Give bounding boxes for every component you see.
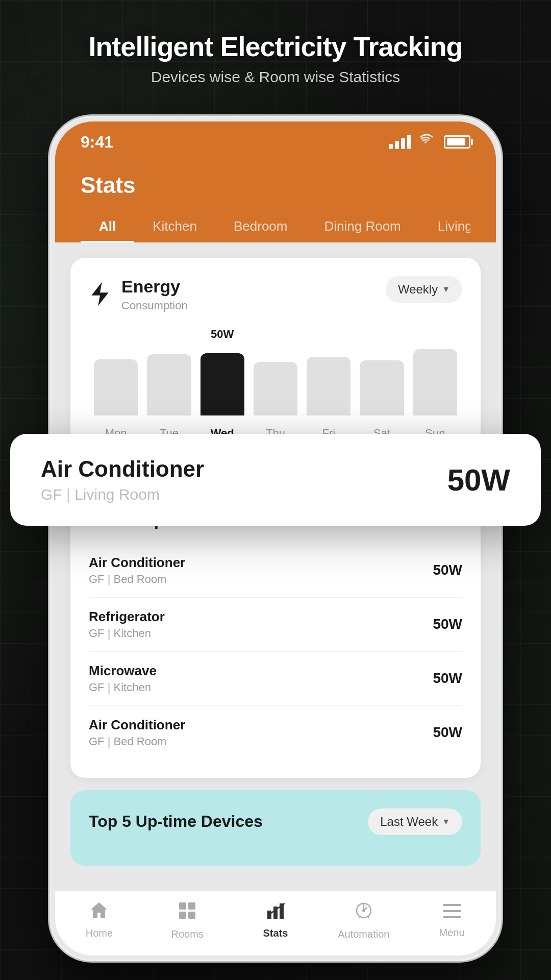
chart-container: MonTue50WWedThuFriSatSun xyxy=(89,328,462,440)
svg-rect-3 xyxy=(188,912,195,919)
page-title: Intelligent Electricity Tracking xyxy=(0,31,551,62)
device-location: GF | Bed Room xyxy=(89,573,185,586)
device-location: GF | Bed Room xyxy=(89,735,185,748)
signal-bar-4 xyxy=(407,135,411,149)
energy-subtitle: Consumption xyxy=(121,299,188,312)
menu-icon xyxy=(443,901,461,923)
device-item: Air Conditioner GF | Bed Room 50W xyxy=(89,544,462,598)
status-bar: 9:41 xyxy=(55,121,496,162)
phone-frame: 9:41 xyxy=(51,117,500,960)
signal-bar-2 xyxy=(395,141,399,149)
svg-rect-14 xyxy=(443,910,461,912)
tooltip-device-name: Air Conditioner xyxy=(41,456,204,482)
device-power: 50W xyxy=(433,616,462,632)
app-header: Stats All Kitchen Bedroom Dining Room xyxy=(55,162,496,242)
weekly-dropdown[interactable]: Weekly ▼ xyxy=(386,276,462,303)
signal-bar-1 xyxy=(389,144,393,149)
nav-automation-label: Automation xyxy=(338,928,389,940)
tab-dining-room[interactable]: Dining Room xyxy=(306,210,419,242)
device-name: Refrigerator xyxy=(89,609,165,625)
tooltip-location: GF | Living Room xyxy=(41,486,204,503)
device-power: 50W xyxy=(433,670,462,687)
uptime-title: Top 5 Up-time Devices xyxy=(89,811,263,832)
bar-group-fri[interactable]: Fri xyxy=(307,328,350,440)
device-location: GF | Kitchen xyxy=(89,681,157,694)
svg-rect-13 xyxy=(443,904,461,906)
page-header: Intelligent Electricity Tracking Devices… xyxy=(0,31,551,86)
device-list: Air Conditioner GF | Bed Room 50W Refrig… xyxy=(89,544,462,760)
energy-title-group: Energy Consumption xyxy=(89,276,188,312)
lightning-icon xyxy=(89,281,111,307)
nav-stats[interactable]: Stats xyxy=(232,901,320,940)
battery-fill xyxy=(447,138,465,145)
bar-sun xyxy=(413,349,457,415)
nav-rooms[interactable]: Rooms xyxy=(143,901,232,940)
nav-stats-label: Stats xyxy=(263,927,288,939)
wifi-icon xyxy=(419,134,436,151)
device-item: Microwave GF | Kitchen 50W xyxy=(89,652,462,706)
bar-tue xyxy=(147,354,191,415)
chart-bars: MonTue50WWedThuFriSatSun xyxy=(94,328,457,440)
bar-group-sat[interactable]: Sat xyxy=(360,328,404,440)
svg-rect-0 xyxy=(179,902,186,910)
device-power: 50W xyxy=(433,724,462,741)
uptime-card: Top 5 Up-time Devices Last Week ▼ xyxy=(70,790,481,866)
nav-menu[interactable]: Menu xyxy=(408,901,496,940)
device-item: Refrigerator GF | Kitchen 50W xyxy=(89,598,462,652)
nav-rooms-label: Rooms xyxy=(171,928,204,940)
device-info: Air Conditioner GF | Bed Room xyxy=(89,717,185,748)
page-subtitle: Devices wise & Room wise Statistics xyxy=(0,68,551,86)
tab-bedroom[interactable]: Bedroom xyxy=(215,210,306,242)
svg-rect-2 xyxy=(179,912,186,919)
stats-icon xyxy=(266,901,285,923)
device-info: Refrigerator GF | Kitchen xyxy=(89,609,165,640)
dropdown-arrow-icon: ▼ xyxy=(442,285,450,294)
tooltip-power: 50W xyxy=(447,462,510,498)
bar-fri xyxy=(307,357,350,415)
energy-card: Energy Consumption Weekly ▼ xyxy=(70,258,481,458)
nav-menu-label: Menu xyxy=(439,927,465,939)
tab-all[interactable]: All xyxy=(81,210,134,242)
device-name: Air Conditioner xyxy=(89,717,185,733)
status-icons xyxy=(389,134,470,151)
app-header-title: Stats xyxy=(81,173,470,198)
status-time: 9:41 xyxy=(81,133,113,152)
bar-group-thu[interactable]: Thu xyxy=(254,328,297,440)
svg-rect-1 xyxy=(188,902,195,910)
tab-kitchen[interactable]: Kitchen xyxy=(134,210,215,242)
app-content: Stats All Kitchen Bedroom Dining Room xyxy=(55,162,496,955)
energy-card-header: Energy Consumption Weekly ▼ xyxy=(89,276,462,312)
rooms-icon xyxy=(178,901,196,924)
phone-inner: 9:41 xyxy=(55,121,496,955)
bar-group-tue[interactable]: Tue xyxy=(147,328,191,440)
svg-rect-15 xyxy=(443,916,461,918)
battery-icon xyxy=(444,135,470,149)
bar-group-mon[interactable]: Mon xyxy=(94,328,138,440)
device-name: Air Conditioner xyxy=(89,555,185,571)
nav-home[interactable]: Home xyxy=(55,901,143,940)
nav-automation[interactable]: Automation xyxy=(319,901,408,940)
tabs-row: All Kitchen Bedroom Dining Room Living xyxy=(81,210,470,242)
scroll-spacer xyxy=(70,878,481,888)
bar-wed xyxy=(201,353,244,415)
uptime-dropdown[interactable]: Last Week ▼ xyxy=(368,808,462,835)
scroll-content[interactable]: Energy Consumption Weekly ▼ xyxy=(55,242,496,891)
energy-title-text: Energy Consumption xyxy=(121,276,188,312)
bar-thu xyxy=(254,362,297,415)
bar-value-label: 50W xyxy=(211,328,234,341)
device-item: Air Conditioner GF | Bed Room 50W xyxy=(89,706,462,760)
device-info: Air Conditioner GF | Bed Room xyxy=(89,555,185,586)
bar-group-wed[interactable]: 50WWed xyxy=(201,328,244,440)
device-info: Microwave GF | Kitchen xyxy=(89,663,157,694)
bottom-nav: Home Rooms xyxy=(55,891,496,955)
bar-group-sun[interactable]: Sun xyxy=(413,328,457,440)
tooltip-device-info: Air Conditioner GF | Living Room xyxy=(41,456,204,503)
uptime-dropdown-arrow-icon: ▼ xyxy=(442,817,450,826)
signal-bar-3 xyxy=(401,138,405,149)
nav-home-label: Home xyxy=(86,927,113,939)
device-power: 50W xyxy=(433,562,462,578)
device-location: GF | Kitchen xyxy=(89,627,165,640)
tab-living[interactable]: Living xyxy=(419,210,470,242)
device-name: Microwave xyxy=(89,663,157,679)
home-icon xyxy=(90,901,108,923)
